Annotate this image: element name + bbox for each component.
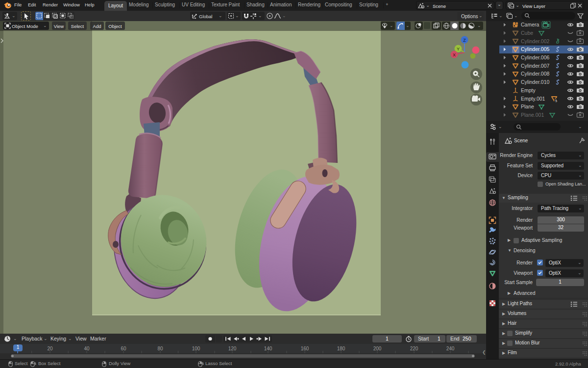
svg-text:Plane.001: Plane.001 [521,112,544,118]
svg-text:Z: Z [463,38,466,43]
svg-text:40: 40 [84,346,90,351]
svg-text:180: 180 [337,346,345,351]
svg-text:Cylinder.005: Cylinder.005 [521,46,550,52]
svg-text:80: 80 [157,346,163,351]
svg-text:Y: Y [457,47,460,52]
svg-text:Camera: Camera [521,22,539,27]
svg-text:120: 120 [228,346,237,351]
svg-text:Empty: Empty [521,87,536,93]
svg-text:Cylinder.010: Cylinder.010 [521,79,550,85]
svg-text:5: 5 [555,99,557,103]
svg-text:Empty.001: Empty.001 [521,96,545,102]
svg-text:60: 60 [121,346,126,351]
svg-text:100: 100 [192,346,200,351]
svg-text:Plane: Plane [521,104,534,109]
svg-text:Cylinder.006: Cylinder.006 [521,54,550,60]
svg-text:220: 220 [410,346,418,351]
svg-text:20: 20 [47,346,53,351]
svg-text:Cylinder.002: Cylinder.002 [521,38,550,44]
svg-text:Cylinder.008: Cylinder.008 [521,71,550,77]
svg-text:Cube: Cube [521,30,533,36]
svg-text:200: 200 [373,346,382,351]
svg-text:X: X [453,53,456,57]
svg-text:Cylinder.007: Cylinder.007 [521,63,550,69]
svg-text:240: 240 [446,346,455,351]
svg-text:160: 160 [301,346,309,351]
svg-text:140: 140 [264,346,272,351]
